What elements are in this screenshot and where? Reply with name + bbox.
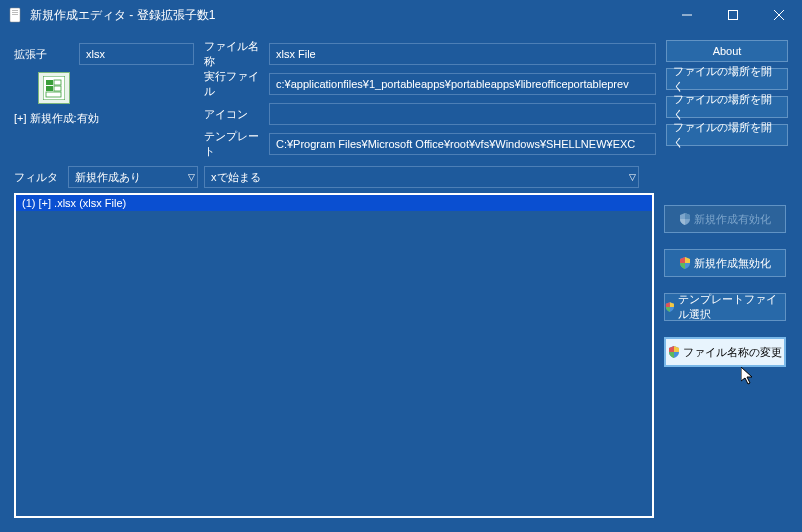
input-file-name[interactable] (269, 43, 656, 65)
minimize-button[interactable] (664, 0, 710, 30)
disable-new-create-label: 新規作成無効化 (694, 256, 771, 271)
list-item[interactable]: (1) [+] .xlsx (xlsx File) (16, 195, 652, 211)
change-file-name-label: ファイル名称の変更 (683, 345, 782, 360)
label-template: テンプレート (204, 129, 269, 159)
filter-dropdown-2-value: xで始まる (211, 170, 261, 185)
maximize-button[interactable] (710, 0, 756, 30)
shield-icon (668, 346, 680, 358)
chevron-down-icon: ▽ (188, 172, 195, 182)
chevron-down-icon: ▽ (629, 172, 636, 182)
svg-rect-10 (46, 86, 53, 91)
app-type-icon (38, 72, 70, 104)
app-icon (8, 7, 24, 23)
close-button[interactable] (756, 0, 802, 30)
shield-icon (679, 257, 691, 269)
svg-rect-1 (12, 10, 18, 11)
filter-dropdown-1-value: 新規作成あり (75, 170, 141, 185)
select-template-file-button[interactable]: テンプレートファイル選択 (664, 293, 786, 321)
svg-rect-3 (12, 14, 18, 15)
window-controls (664, 0, 802, 30)
change-file-name-button[interactable]: ファイル名称の変更 (664, 337, 786, 367)
input-extension[interactable] (79, 43, 194, 65)
shield-icon (665, 301, 675, 313)
svg-rect-5 (729, 11, 738, 20)
open-icon-location-button[interactable]: ファイルの場所を開く (666, 96, 788, 118)
titlebar: 新規作成エディタ - 登録拡張子数1 (0, 0, 802, 30)
enable-new-create-label: 新規作成有効化 (694, 212, 771, 227)
open-template-location-button[interactable]: ファイルの場所を開く (666, 124, 788, 146)
enable-new-create-button: 新規作成有効化 (664, 205, 786, 233)
filter-dropdown-2[interactable]: xで始まる ▽ (204, 166, 639, 188)
svg-rect-9 (46, 80, 53, 85)
input-template[interactable] (269, 133, 656, 155)
extension-list[interactable]: (1) [+] .xlsx (xlsx File) (14, 193, 654, 518)
label-extension: 拡張子 (14, 47, 79, 62)
window-title: 新規作成エディタ - 登録拡張子数1 (30, 7, 664, 24)
shield-icon (679, 213, 691, 225)
label-filter: フィルタ (14, 170, 62, 185)
select-template-file-label: テンプレートファイル選択 (678, 292, 785, 322)
input-icon[interactable] (269, 103, 656, 125)
label-file-name: ファイル名称 (204, 39, 269, 69)
about-button[interactable]: About (666, 40, 788, 62)
open-exec-location-button[interactable]: ファイルの場所を開く (666, 68, 788, 90)
label-exec-file: 実行ファイル (204, 69, 269, 99)
filter-dropdown-1[interactable]: 新規作成あり ▽ (68, 166, 198, 188)
svg-rect-2 (12, 12, 18, 13)
input-exec-file[interactable] (269, 73, 656, 95)
label-icon: アイコン (204, 107, 269, 122)
label-new-create-enable: [+] 新規作成:有効 (14, 111, 194, 126)
disable-new-create-button[interactable]: 新規作成無効化 (664, 249, 786, 277)
